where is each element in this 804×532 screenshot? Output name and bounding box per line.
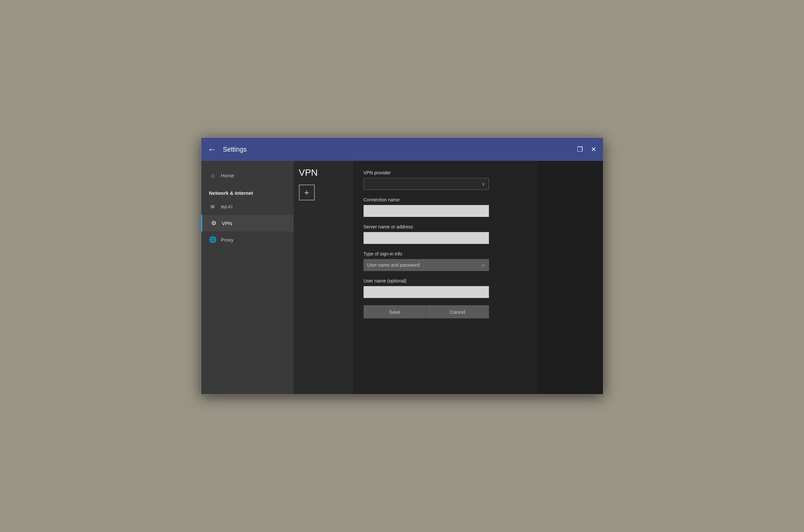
titlebar: ← Settings ❐ ✕ — [201, 138, 603, 161]
vpn-provider-label: VPN provider — [364, 170, 527, 175]
settings-window: ← Settings ❐ ✕ ⌂ Home Network & Internet… — [201, 137, 603, 395]
server-name-field: Server name or address — [364, 224, 527, 244]
vpn-provider-field: VPN provider — [364, 170, 527, 190]
server-name-input[interactable] — [364, 232, 489, 244]
form-buttons: Save Cancel — [364, 305, 489, 318]
connection-name-label: Connection name — [364, 197, 527, 203]
home-icon: ⌂ — [209, 172, 216, 179]
connection-name-field: Connection name — [364, 197, 527, 217]
right-panel — [537, 161, 603, 394]
username-label: User name (optional) — [364, 278, 527, 283]
proxy-icon: 🌐 — [209, 236, 216, 243]
vpn-page-title: VPN — [299, 168, 348, 178]
sidebar-item-proxy[interactable]: 🌐 Proxy — [201, 231, 294, 248]
window-controls: ❐ ✕ — [577, 146, 597, 153]
sidebar-item-vpn[interactable]: ⚙ VPN — [201, 215, 294, 231]
username-input[interactable] — [364, 286, 489, 298]
sidebar-item-home[interactable]: ⌂ Home — [201, 168, 294, 184]
content-area: ⌂ Home Network & Internet ≋ Wi-Fi ⚙ VPN … — [201, 161, 603, 394]
signin-type-select[interactable]: User name and password — [364, 259, 489, 271]
connection-name-input[interactable] — [364, 205, 489, 217]
vpn-list-area: VPN + — [294, 161, 353, 394]
save-button[interactable]: Save — [364, 305, 426, 318]
close-button[interactable]: ✕ — [591, 146, 597, 153]
vpn-icon: ⚙ — [210, 220, 217, 227]
vpn-form-panel: VPN provider Connection name Server name… — [353, 161, 537, 394]
sidebar-wifi-label: Wi-Fi — [221, 204, 233, 210]
signin-type-select-wrapper: User name and password — [364, 259, 489, 271]
signin-type-label: Type of sign-in info — [364, 251, 527, 256]
add-vpn-button[interactable]: + — [299, 185, 315, 201]
server-name-label: Server name or address — [364, 224, 527, 229]
sidebar-proxy-label: Proxy — [221, 237, 234, 243]
sidebar-section-label: Network & Internet — [201, 184, 294, 198]
back-button[interactable]: ← — [208, 145, 216, 154]
username-field: User name (optional) — [364, 278, 527, 298]
cancel-button[interactable]: Cancel — [426, 305, 489, 318]
sidebar-home-label: Home — [221, 173, 234, 178]
sidebar-vpn-label: VPN — [222, 221, 232, 226]
signin-type-field: Type of sign-in info User name and passw… — [364, 251, 527, 271]
wifi-icon: ≋ — [209, 203, 216, 210]
sidebar: ⌂ Home Network & Internet ≋ Wi-Fi ⚙ VPN … — [201, 161, 294, 394]
window-title: Settings — [223, 146, 577, 153]
vpn-provider-select[interactable] — [364, 178, 489, 190]
vpn-provider-select-wrapper — [364, 178, 489, 190]
restore-button[interactable]: ❐ — [577, 146, 583, 153]
sidebar-item-wifi[interactable]: ≋ Wi-Fi — [201, 198, 294, 215]
